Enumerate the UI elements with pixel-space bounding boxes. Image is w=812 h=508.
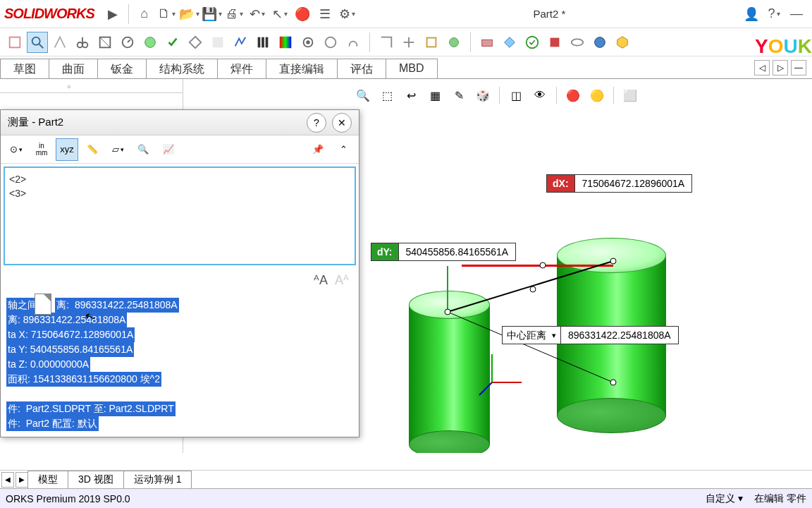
print-icon[interactable]: 🖨	[225, 4, 245, 24]
font-increase-button[interactable]: ᴬA	[314, 272, 328, 288]
tool-icon[interactable]	[207, 32, 228, 53]
list-item[interactable]: <2>	[9, 172, 350, 186]
tool-icon[interactable]	[343, 32, 364, 53]
document-title: Part2 *	[533, 8, 565, 20]
tab-model[interactable]: 模型	[27, 471, 68, 489]
history-icon[interactable]: 📈	[157, 138, 180, 161]
tab-sheetmetal[interactable]: 钣金	[97, 59, 147, 78]
home-icon[interactable]: ⌂	[135, 4, 154, 24]
prev-view-icon[interactable]: ↩	[400, 85, 422, 106]
settings-icon[interactable]: ⚙	[338, 4, 357, 24]
tool-icon[interactable]	[185, 32, 206, 53]
check-entity-icon[interactable]	[522, 32, 543, 53]
projected-on-icon[interactable]: 🔍	[132, 138, 154, 161]
tool-icon[interactable]: ✎	[448, 85, 469, 106]
minimize-icon[interactable]: —	[787, 4, 806, 24]
new-doc-icon[interactable]: 🗋	[157, 4, 177, 24]
help-icon[interactable]: ?	[764, 4, 784, 24]
dialog-titlebar[interactable]: 测量 - Part2 ? ✕	[1, 110, 359, 135]
tool-icon[interactable]	[140, 32, 161, 53]
tool-icon[interactable]	[398, 32, 419, 53]
geometry-analysis-icon[interactable]	[230, 32, 251, 53]
tool-icon[interactable]	[544, 32, 565, 53]
sensor-icon[interactable]	[117, 32, 138, 53]
tool-icon[interactable]	[476, 32, 498, 53]
rebuild-icon[interactable]: 🔴	[293, 4, 312, 24]
collapse-icon[interactable]: ⌃	[332, 138, 355, 161]
tab-structure[interactable]: 结构系统	[146, 59, 218, 78]
list-item[interactable]: <3>	[9, 186, 350, 200]
zebra-stripes-icon[interactable]	[252, 32, 273, 53]
selection-list[interactable]: <2> <3>	[4, 167, 356, 265]
tool-icon[interactable]	[567, 32, 588, 53]
tool-icon[interactable]	[443, 32, 465, 53]
save-icon[interactable]: 💾	[202, 4, 222, 24]
tool-icon[interactable]	[589, 32, 610, 53]
ruler-icon[interactable]: 📏	[81, 138, 104, 161]
tab-sketch[interactable]: 草图	[0, 59, 49, 78]
tool-icon[interactable]	[320, 32, 341, 53]
tool-icon[interactable]	[376, 32, 397, 53]
app-logo: SOLIDWORKS	[4, 6, 94, 22]
viewport-settings-icon[interactable]: ⬜	[620, 85, 641, 106]
measure-tool-icon[interactable]	[27, 32, 48, 53]
svg-point-4	[82, 42, 87, 47]
measure-results[interactable]: ↖ 轴之间 离: 896331422.25481808A 离: 89633142…	[1, 292, 359, 437]
zoom-area-icon[interactable]: ⬚	[376, 85, 398, 106]
pin-icon[interactable]: 📌	[307, 138, 329, 161]
measure-dialog: 测量 - Part2 ? ✕ ⊙ inmm xyz 📏 ▱ 🔍 📈 📌 ⌃ <2…	[0, 109, 359, 437]
svg-point-26	[527, 36, 539, 48]
display-style-icon[interactable]: ◫	[505, 85, 527, 106]
svg-point-10	[145, 37, 156, 47]
options-list-icon[interactable]: ☰	[315, 4, 335, 24]
tool-icon[interactable]	[612, 32, 633, 53]
select-icon[interactable]: ↖	[270, 4, 290, 24]
zoom-fit-icon[interactable]: 🔍	[352, 85, 374, 106]
tab-weldment[interactable]: 焊件	[217, 59, 266, 78]
tab-nav-next[interactable]: ▶	[16, 472, 28, 488]
help-button[interactable]: ?	[307, 113, 326, 133]
tab-3dview[interactable]: 3D 视图	[68, 471, 124, 489]
check-icon[interactable]	[162, 32, 183, 53]
tool-icon[interactable]	[297, 32, 319, 53]
point-option-icon[interactable]: ▱	[106, 138, 129, 161]
callout-dy-value: 540455856.84165561A	[399, 243, 516, 260]
undo-icon[interactable]: ↶	[247, 4, 267, 24]
arc-circle-option-icon[interactable]: ⊙	[5, 138, 27, 161]
font-decrease-button[interactable]: Aᴬ	[335, 272, 349, 288]
svg-marker-25	[505, 37, 515, 47]
tab-motion[interactable]: 运动算例 1	[123, 471, 192, 489]
status-bar: ORKS Premium 2019 SP0.0 自定义 ▾ 在编辑 零件	[0, 488, 812, 508]
play-icon[interactable]: ▶	[103, 4, 123, 24]
nav-next-icon[interactable]: ▷	[773, 60, 788, 75]
tool-icon[interactable]	[4, 32, 25, 53]
appearance-icon[interactable]: 🔴	[562, 85, 584, 106]
tool-icon[interactable]	[499, 32, 520, 53]
nav-minimize-icon[interactable]: —	[791, 60, 806, 75]
hide-show-icon[interactable]: 👁	[529, 85, 550, 106]
tool-icon[interactable]	[49, 32, 70, 53]
tab-mbd[interactable]: MBD	[386, 59, 438, 78]
open-icon[interactable]: 📂	[180, 4, 199, 24]
curvature-icon[interactable]	[275, 32, 296, 53]
status-custom[interactable]: 自定义 ▾	[706, 492, 743, 505]
tab-evaluate[interactable]: 评估	[337, 59, 386, 78]
units-button[interactable]: inmm	[30, 138, 53, 161]
scene-icon[interactable]: 🟡	[586, 85, 608, 106]
user-icon[interactable]: 👤	[742, 4, 761, 24]
tab-surface[interactable]: 曲面	[49, 59, 98, 78]
tool-icon[interactable]	[421, 32, 442, 53]
section-view-icon[interactable]: ▦	[424, 85, 445, 106]
watermark: YOUK	[755, 35, 812, 58]
view-orient-icon[interactable]: 🎲	[472, 85, 493, 106]
svg-rect-16	[280, 36, 292, 48]
distance-type-select[interactable]: 中心距离	[503, 327, 560, 344]
close-button[interactable]: ✕	[332, 113, 352, 133]
tab-directedit[interactable]: 直接编辑	[266, 59, 338, 78]
tab-nav-prev[interactable]: ◀	[1, 472, 14, 488]
xyz-option-icon[interactable]: xyz	[56, 138, 78, 161]
section-props-icon[interactable]	[94, 32, 116, 53]
callout-dy-label: dY:	[371, 243, 399, 260]
nav-prev-icon[interactable]: ◁	[754, 60, 770, 75]
mass-props-icon[interactable]	[72, 32, 93, 53]
